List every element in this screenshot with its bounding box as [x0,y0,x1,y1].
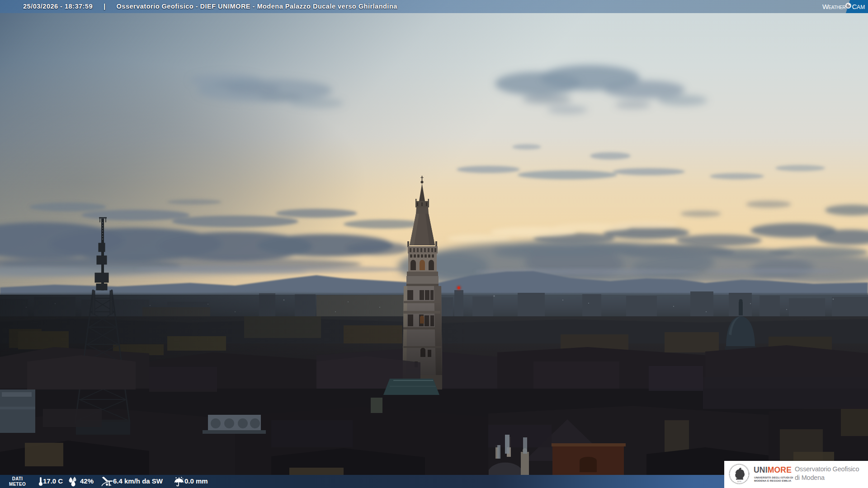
svg-text:1175: 1175 [737,480,742,483]
svg-text:C: C [852,3,857,10]
svg-text:AM: AM [857,4,865,10]
svg-text:EATHER: EATHER [829,5,846,10]
